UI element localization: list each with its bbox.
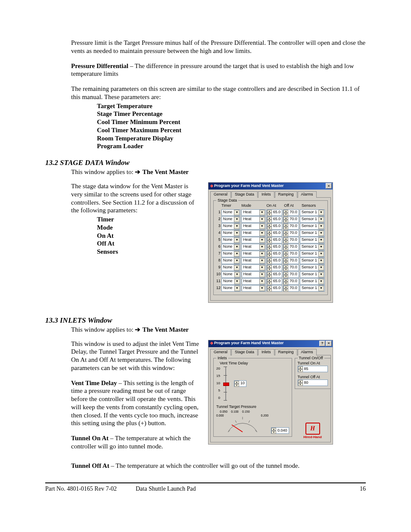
footer-title: Data Shuttle Launch Pad: [136, 485, 349, 493]
close-icon[interactable]: ×: [326, 183, 332, 189]
tunnel-off-at-spinner[interactable]: ▲▼ 80: [298, 380, 328, 386]
on-at-spinner[interactable]: ▲▼65.0: [267, 258, 283, 264]
mode-select[interactable]: Heat▼: [241, 244, 265, 250]
mode-select[interactable]: Heat▼: [241, 230, 265, 236]
tab-alarms[interactable]: Alarms: [298, 191, 317, 198]
timer-select[interactable]: None▼: [221, 264, 241, 271]
timer-select[interactable]: None▼: [221, 285, 241, 292]
timer-select[interactable]: None▼: [221, 244, 241, 250]
stage-row: 8None▼Heat▼▲▼65.0▲▼70.0Sensor 1▼: [216, 258, 325, 264]
timer-select[interactable]: None▼: [221, 230, 241, 236]
on-at-spinner[interactable]: ▲▼65.0: [267, 285, 283, 292]
timer-select[interactable]: None▼: [221, 223, 241, 230]
group-label: Stage Data: [216, 198, 238, 203]
timer-select[interactable]: None▼: [221, 251, 241, 257]
tab-ramping[interactable]: Ramping: [275, 349, 297, 355]
off-at-spinner[interactable]: ▲▼70.0: [283, 237, 299, 243]
mode-select[interactable]: Heat▼: [241, 216, 265, 223]
off-at-spinner[interactable]: ▲▼70.0: [283, 209, 299, 216]
stage-row: 6None▼Heat▼▲▼65.0▲▼70.0Sensor 1▼: [216, 244, 325, 250]
footer-part-no: Part No. 4801-0165 Rev 7-02: [45, 485, 136, 493]
chevron-down-icon: ▼: [259, 272, 265, 277]
tick-label: 0: [216, 396, 220, 400]
on-at-spinner[interactable]: ▲▼65.0: [267, 264, 283, 271]
stage-row: 11None▼Heat▼▲▼65.0▲▼70.0Sensor 1▼: [216, 278, 325, 285]
sensor-select[interactable]: Sensor 1▼: [300, 237, 325, 243]
sensor-select[interactable]: Sensor 1▼: [300, 285, 325, 292]
mode-select[interactable]: Heat▼: [241, 264, 265, 271]
off-at-spinner[interactable]: ▲▼70.0: [283, 216, 299, 223]
tick-label: 0.050: [220, 410, 227, 414]
on-at-spinner[interactable]: ▲▼65.0: [267, 223, 283, 230]
sensor-select[interactable]: Sensor 1▼: [300, 271, 325, 278]
mode-select[interactable]: Heat▼: [242, 271, 266, 278]
tab-general[interactable]: General: [210, 191, 231, 198]
mode-select[interactable]: Heat▼: [242, 285, 266, 292]
off-at-spinner[interactable]: ▲▼70.0: [283, 244, 299, 250]
on-at-spinner[interactable]: ▲▼65.0: [267, 251, 283, 257]
sensor-select[interactable]: Sensor 1▼: [300, 258, 325, 264]
tab-stage-data[interactable]: Stage Data: [231, 349, 258, 355]
off-at-spinner[interactable]: ▲▼70.0: [283, 258, 299, 264]
off-at-spinner[interactable]: ▲▼70.0: [283, 251, 299, 257]
tab-ramping[interactable]: Ramping: [275, 191, 297, 198]
tab-alarms[interactable]: Alarms: [298, 349, 317, 355]
tab-inlets[interactable]: Inlets: [258, 191, 274, 198]
off-at-spinner[interactable]: ▲▼70.0: [283, 278, 299, 285]
tunnel-target-pressure-spinner[interactable]: ▲▼ 0.040: [271, 427, 289, 434]
on-at-spinner[interactable]: ▲▼65.0: [267, 278, 283, 285]
paragraph: The remaining parameters on this screen …: [71, 85, 366, 101]
timer-select[interactable]: None▼: [221, 271, 241, 278]
mode-select[interactable]: Heat▼: [241, 251, 265, 257]
off-at-spinner[interactable]: ▲▼70.0: [283, 271, 299, 278]
column-header: On At: [267, 203, 283, 208]
svg-line-3: [249, 420, 250, 423]
help-icon[interactable]: ?: [319, 341, 325, 346]
mode-select[interactable]: Heat▼: [241, 223, 265, 230]
timer-select[interactable]: None▼: [221, 209, 241, 216]
vent-time-delay-slider[interactable]: [222, 367, 230, 400]
sensor-select[interactable]: Sensor 1▼: [300, 216, 325, 223]
tab-general[interactable]: General: [210, 349, 231, 355]
timer-select[interactable]: None▼: [221, 237, 241, 243]
mode-select[interactable]: Heat▼: [241, 237, 265, 243]
chevron-down-icon: ▼: [234, 244, 240, 250]
timer-select[interactable]: None▼: [221, 216, 241, 223]
off-at-spinner[interactable]: ▲▼70.0: [283, 223, 299, 230]
mode-select[interactable]: Heat▼: [241, 258, 265, 264]
sensor-select[interactable]: Sensor 1▼: [300, 251, 325, 257]
vent-time-delay-spinner[interactable]: ▲▼ 10: [234, 380, 246, 387]
on-at-spinner[interactable]: ▲▼65.0: [267, 271, 283, 278]
timer-select[interactable]: None▼: [221, 258, 241, 264]
mode-select[interactable]: Heat▼: [242, 278, 266, 285]
tunnel-target-pressure-gauge[interactable]: [224, 414, 261, 434]
applies-to-label: This window applies to:: [71, 168, 134, 175]
sensor-select[interactable]: Sensor 1▼: [300, 209, 325, 216]
tab-stage-data[interactable]: Stage Data: [231, 191, 258, 198]
off-at-spinner[interactable]: ▲▼70.0: [283, 264, 299, 271]
chevron-down-icon: ▼: [234, 230, 240, 236]
on-at-spinner[interactable]: ▲▼65.0: [267, 216, 283, 223]
sensor-select[interactable]: Sensor 1▼: [300, 244, 325, 250]
on-at-spinner[interactable]: ▲▼65.0: [267, 209, 283, 216]
on-at-spinner[interactable]: ▲▼65.0: [267, 237, 283, 243]
logo-label: Hired·Hand: [303, 435, 322, 439]
close-icon[interactable]: ×: [326, 341, 332, 346]
sensor-select[interactable]: Sensor 1▼: [300, 223, 325, 230]
sensor-select[interactable]: Sensor 1▼: [300, 264, 325, 271]
timer-select[interactable]: None▼: [221, 278, 241, 285]
chevron-down-icon: ▼: [234, 272, 240, 277]
sensor-select[interactable]: Sensor 1▼: [300, 230, 325, 236]
on-at-spinner[interactable]: ▲▼65.0: [267, 244, 283, 250]
column-header: Mode: [241, 203, 265, 208]
sensor-select[interactable]: Sensor 1▼: [300, 278, 325, 285]
tunnel-on-at-spinner[interactable]: ▲▼ 85: [298, 366, 328, 372]
column-header: Off At: [284, 203, 300, 208]
page-footer: Part No. 4801-0165 Rev 7-02 Data Shuttle…: [45, 482, 366, 493]
mode-select[interactable]: Heat▼: [241, 209, 265, 216]
paragraph: Tunnel Off At – The temperature at which…: [71, 462, 366, 470]
off-at-spinner[interactable]: ▲▼70.0: [283, 285, 299, 292]
off-at-spinner[interactable]: ▲▼70.0: [283, 230, 299, 236]
on-at-spinner[interactable]: ▲▼65.0: [267, 230, 283, 236]
tab-inlets[interactable]: Inlets: [258, 349, 274, 355]
